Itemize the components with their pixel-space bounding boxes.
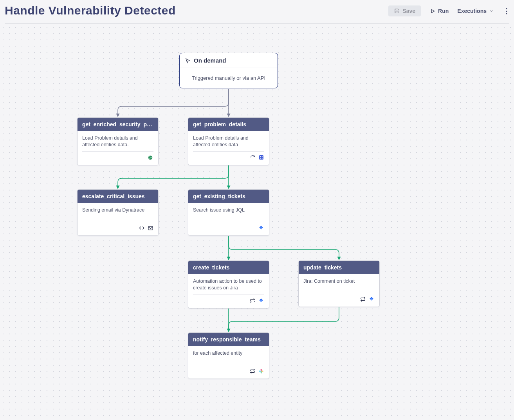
- header-bar: Handle Vulnerability Detected Save Run E…: [0, 0, 514, 23]
- node-create-tickets[interactable]: create_tickets Automation action to be u…: [188, 260, 269, 309]
- node-body: Load Problem details and affected entiti…: [78, 131, 158, 151]
- svg-rect-10: [261, 372, 262, 373]
- svg-rect-11: [259, 371, 261, 372]
- trigger-body: Triggered manually or via an API: [180, 68, 278, 88]
- node-title: update_tickets: [299, 261, 379, 274]
- svg-rect-9: [262, 371, 263, 372]
- node-body: for each affected entity: [188, 346, 269, 365]
- svg-point-3: [260, 156, 261, 157]
- loop-icon: [249, 298, 256, 304]
- node-footer: [82, 151, 153, 163]
- node-footer: [193, 294, 264, 307]
- trigger-header: On demand: [180, 53, 278, 68]
- node-update-tickets[interactable]: update_tickets Jira: Comment on ticket: [298, 260, 380, 307]
- trigger-title: On demand: [194, 57, 226, 64]
- run-label: Run: [438, 8, 449, 14]
- svg-marker-0: [431, 9, 435, 13]
- node-get-problem-details[interactable]: get_problem_details Load Problem details…: [188, 117, 269, 165]
- node-title: notify_responsible_teams: [188, 333, 269, 346]
- node-body: Search issue using JQL: [188, 203, 269, 222]
- globe-icon: [147, 154, 153, 161]
- mail-icon: [147, 225, 153, 231]
- node-body: Automation action to be used to create i…: [188, 274, 269, 294]
- svg-point-6: [262, 158, 262, 159]
- svg-point-4: [262, 156, 262, 157]
- workflow-canvas[interactable]: On demand Triggered manually or via an A…: [0, 24, 514, 420]
- app-icon: [258, 154, 264, 161]
- node-title: create_tickets: [188, 261, 269, 274]
- node-title: escalate_critical_issues: [78, 190, 158, 203]
- save-icon: [394, 8, 400, 14]
- node-body: Sending email via Dynatrace: [78, 203, 158, 222]
- run-button[interactable]: Run: [429, 8, 449, 14]
- jira-icon: [258, 298, 264, 304]
- play-icon: [429, 8, 436, 14]
- node-body: Jira: Comment on ticket: [299, 274, 379, 293]
- jira-icon: [258, 225, 264, 231]
- node-footer: [193, 222, 264, 234]
- loop-icon: [360, 296, 366, 302]
- svg-point-5: [260, 158, 261, 159]
- slack-icon: [258, 368, 264, 374]
- cursor-icon: [184, 57, 191, 64]
- header-divider: [5, 23, 509, 24]
- node-footer: [82, 222, 153, 234]
- executions-dropdown[interactable]: Executions: [457, 8, 495, 14]
- refresh-icon: [249, 154, 256, 161]
- node-escalate-critical-issues[interactable]: escalate_critical_issues Sending email v…: [77, 189, 159, 236]
- page-title: Handle Vulnerability Detected: [5, 4, 176, 17]
- node-title: get_existing_tickets: [188, 190, 269, 203]
- more-menu-button[interactable]: ⋮: [504, 7, 509, 15]
- header-actions: Save Run Executions ⋮: [388, 4, 509, 16]
- trigger-node[interactable]: On demand Triggered manually or via an A…: [179, 53, 278, 88]
- node-title: get_enriched_security_pr…: [78, 118, 158, 131]
- svg-rect-2: [259, 155, 263, 160]
- loop-icon: [249, 368, 256, 374]
- more-icon: ⋮: [503, 7, 510, 15]
- save-label: Save: [402, 8, 415, 14]
- node-footer: [303, 293, 375, 305]
- node-footer: [193, 365, 264, 377]
- code-icon: [139, 225, 145, 231]
- node-title: get_problem_details: [188, 118, 269, 131]
- chevron-down-icon: [489, 8, 495, 14]
- executions-label: Executions: [457, 8, 487, 14]
- node-get-enriched-security-pr[interactable]: get_enriched_security_pr… Load Problem d…: [77, 117, 159, 165]
- svg-rect-8: [261, 369, 262, 371]
- node-notify-responsible-teams[interactable]: notify_responsible_teams for each affect…: [188, 332, 269, 379]
- node-body: Load Problem details and affected entiti…: [188, 131, 269, 151]
- node-footer: [193, 151, 264, 163]
- jira-icon: [368, 296, 375, 302]
- save-button: Save: [388, 5, 421, 16]
- node-get-existing-tickets[interactable]: get_existing_tickets Search issue using …: [188, 189, 269, 236]
